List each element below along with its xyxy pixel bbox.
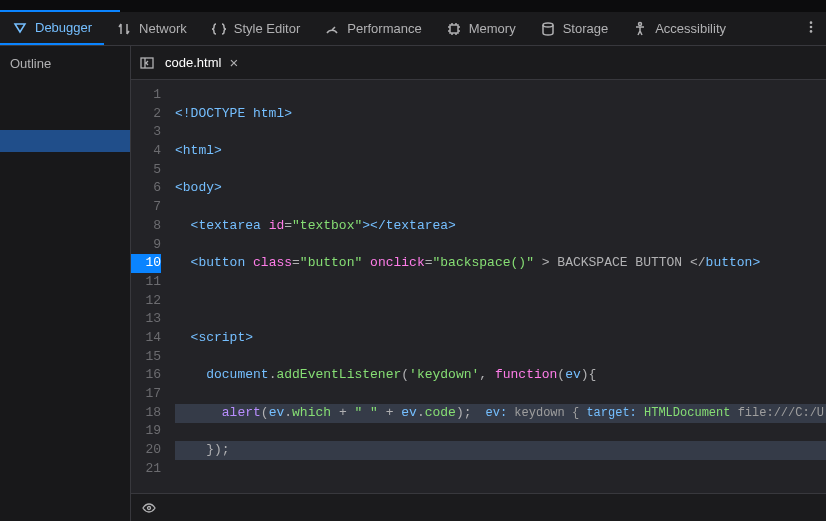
- tab-label: Storage: [563, 21, 609, 36]
- tab-debugger[interactable]: Debugger: [0, 12, 104, 45]
- file-name: code.html: [165, 55, 221, 70]
- eye-icon[interactable]: [141, 500, 157, 516]
- tab-performance[interactable]: Performance: [312, 12, 433, 45]
- tab-storage[interactable]: Storage: [528, 12, 621, 45]
- toggle-sidebar-icon[interactable]: [139, 55, 155, 71]
- svg-point-7: [148, 506, 151, 509]
- svg-rect-6: [141, 58, 153, 68]
- tab-accessibility[interactable]: Accessibility: [620, 12, 738, 45]
- svg-point-2: [639, 22, 642, 25]
- tab-style-editor[interactable]: Style Editor: [199, 12, 312, 45]
- file-tab[interactable]: code.html ×: [165, 54, 238, 71]
- tab-label: Network: [139, 21, 187, 36]
- main-pane: code.html × 1 2 3 4 5 6 7 8 9 10 11 12 1…: [131, 46, 826, 521]
- toolbar-overflow[interactable]: [796, 20, 826, 37]
- line-gutter: 1 2 3 4 5 6 7 8 9 10 11 12 13 14 15 16 1…: [131, 80, 169, 493]
- file-tabbar: code.html ×: [131, 46, 826, 80]
- tab-label: Accessibility: [655, 21, 726, 36]
- devtools-toolbar: Debugger Network Style Editor Performanc…: [0, 12, 826, 46]
- kebab-icon: [804, 20, 818, 34]
- sidebar-outline-header[interactable]: Outline: [0, 46, 130, 80]
- code-content[interactable]: <!DOCTYPE html> <html> <body> <textarea …: [169, 80, 826, 493]
- tab-label: Style Editor: [234, 21, 300, 36]
- debug-inline-hint: ev: keydown { target: HTMLDocument file:…: [482, 406, 826, 420]
- close-icon[interactable]: ×: [229, 54, 238, 71]
- tab-memory[interactable]: Memory: [434, 12, 528, 45]
- network-icon: [116, 21, 132, 37]
- svg-point-4: [810, 26, 813, 29]
- outline-label: Outline: [10, 56, 51, 71]
- code-editor[interactable]: 1 2 3 4 5 6 7 8 9 10 11 12 13 14 15 16 1…: [131, 80, 826, 493]
- editor-bottom-bar: [131, 493, 826, 521]
- tab-network[interactable]: Network: [104, 12, 199, 45]
- sidebar: Outline: [0, 46, 131, 521]
- tab-label: Debugger: [35, 20, 92, 35]
- svg-point-1: [543, 23, 553, 27]
- svg-rect-0: [450, 25, 458, 33]
- performance-icon: [324, 21, 340, 37]
- svg-point-5: [810, 30, 813, 33]
- accessibility-icon: [632, 21, 648, 37]
- storage-icon: [540, 21, 556, 37]
- style-editor-icon: [211, 21, 227, 37]
- sidebar-selection[interactable]: [0, 130, 130, 152]
- debugger-icon: [12, 20, 28, 36]
- svg-point-3: [810, 21, 813, 24]
- tab-label: Performance: [347, 21, 421, 36]
- memory-icon: [446, 21, 462, 37]
- tab-label: Memory: [469, 21, 516, 36]
